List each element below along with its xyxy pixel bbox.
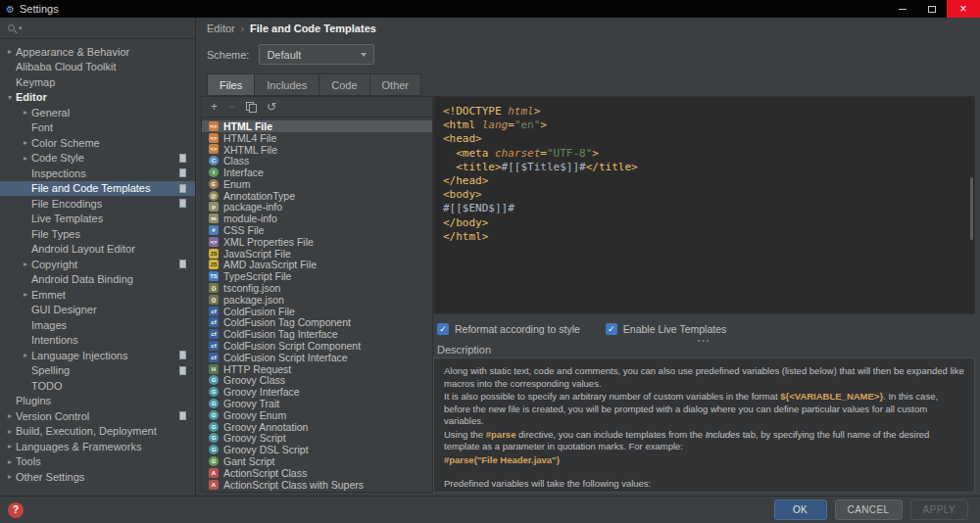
template-item-tsconfig-json[interactable]: {}tsconfig.json	[202, 282, 432, 294]
sidebar-item-file-and-code-templates[interactable]: File and Code Templates	[0, 181, 195, 197]
tab-includes[interactable]: Includes	[254, 73, 318, 96]
sidebar-item-android-layout-editor[interactable]: Android Layout Editor	[0, 242, 195, 258]
apply-button[interactable]: APPLY	[910, 499, 969, 520]
chevron-right-icon[interactable]: ▸	[20, 351, 31, 359]
sidebar-search[interactable]: ▾	[0, 18, 195, 39]
sidebar-item-android-data-binding[interactable]: Android Data Binding	[0, 272, 195, 288]
template-item-groovy-trait[interactable]: GGroovy Trait	[202, 398, 432, 409]
close-button[interactable]: ×	[947, 0, 980, 18]
sidebar-item-intentions[interactable]: Intentions	[0, 333, 195, 349]
code-editor[interactable]: <!DOCTYPE html><html lang="en"><head> <m…	[433, 96, 975, 314]
remove-template-icon[interactable]: −	[228, 101, 235, 113]
sidebar-item-languages-frameworks[interactable]: ▸Languages & Frameworks	[0, 439, 195, 454]
sidebar-item-file-types[interactable]: File Types	[0, 226, 195, 242]
splitter-handle[interactable]: •••	[433, 337, 975, 344]
chevron-right-icon[interactable]: ▸	[4, 411, 16, 420]
template-item-coldfusion-script-interface[interactable]: cfColdFusion Script Interface	[202, 352, 432, 363]
code-line: </head>	[443, 174, 974, 188]
sidebar-item-alibaba-cloud-toolkit[interactable]: Alibaba Cloud Toolkit	[0, 60, 195, 75]
template-item-xhtml-file[interactable]: <>XHTML File	[202, 144, 432, 156]
template-item-groovy-class[interactable]: GGroovy Class	[202, 375, 432, 387]
template-item-groovy-enum[interactable]: GGroovy Enum	[202, 409, 432, 421]
scheme-select[interactable]: Default	[259, 44, 374, 65]
template-item-coldfusion-tag-component[interactable]: cfColdFusion Tag Component	[202, 317, 432, 329]
chevron-right-icon[interactable]: ▸	[4, 47, 16, 56]
template-item-typescript-file[interactable]: TSTypeScript File	[202, 270, 432, 282]
sidebar-item-language-injections[interactable]: ▸Language Injections	[0, 348, 195, 363]
ok-button[interactable]: OK	[774, 499, 827, 520]
sidebar-item-other-settings[interactable]: ▸Other Settings	[0, 469, 195, 485]
sidebar-item-build-execution-deployment[interactable]: ▸Build, Execution, Deployment	[0, 424, 195, 440]
minimize-button[interactable]	[888, 0, 917, 18]
template-item-package-info[interactable]: ppackage-info	[202, 202, 432, 214]
sidebar-item-font[interactable]: Font	[0, 120, 195, 136]
chevron-right-icon[interactable]: ▸	[20, 260, 31, 268]
tab-code[interactable]: Code	[318, 73, 368, 96]
editor-scrollbar[interactable]	[970, 177, 973, 240]
sidebar-item-images[interactable]: Images	[0, 317, 195, 333]
sidebar-item-code-style[interactable]: ▸Code Style	[0, 151, 195, 166]
tab-files[interactable]: Files	[207, 73, 254, 96]
chevron-right-icon[interactable]: ▸	[4, 427, 16, 436]
chevron-down-icon[interactable]: ▾	[4, 93, 16, 102]
chevron-right-icon[interactable]: ▸	[20, 290, 31, 299]
template-item-gant-script[interactable]: GGant Script	[202, 455, 432, 467]
template-item-annotationtype[interactable]: @AnnotationType	[202, 190, 432, 202]
chevron-right-icon[interactable]: ▸	[20, 108, 31, 117]
checkbox-enable-live-templates[interactable]: ✓Enable Live Templates	[606, 323, 726, 335]
template-item-package-json[interactable]: {}package.json	[202, 294, 432, 306]
template-item-coldfusion-script-component[interactable]: cfColdFusion Script Component	[202, 340, 432, 352]
code-line: <body>	[443, 188, 974, 202]
sidebar-item-inspections[interactable]: Inspections	[0, 166, 195, 181]
template-item-http-request[interactable]: HHTTP Request	[202, 363, 432, 375]
chevron-right-icon[interactable]: ▸	[4, 472, 16, 481]
reset-template-icon[interactable]: ↺	[267, 101, 276, 113]
template-item-html-file[interactable]: <>HTML File	[202, 120, 432, 132]
breadcrumb-editor[interactable]: Editor	[207, 23, 235, 34]
template-item-interface[interactable]: IInterface	[202, 166, 432, 178]
sidebar-item-todo[interactable]: TODO	[0, 378, 195, 394]
sidebar-item-plugins[interactable]: Plugins	[0, 394, 195, 409]
chevron-right-icon[interactable]: ▸	[4, 457, 16, 466]
chevron-right-icon[interactable]: ▸	[20, 138, 31, 147]
template-item-groovy-script[interactable]: GGroovy Script	[202, 433, 432, 445]
add-template-icon[interactable]: +	[211, 101, 218, 113]
template-item-groovy-dsl-script[interactable]: GGroovy DSL Script	[202, 444, 432, 455]
sidebar-item-spelling[interactable]: Spelling	[0, 363, 195, 379]
template-item-xml-properties-file[interactable]: <>XML Properties File	[202, 236, 432, 248]
help-button[interactable]: ?	[8, 502, 24, 518]
tab-other[interactable]: Other	[369, 73, 422, 96]
template-item-coldfusion-file[interactable]: cfColdFusion File	[202, 306, 432, 317]
sidebar-item-general[interactable]: ▸General	[0, 105, 195, 120]
template-item-class[interactable]: CClass	[202, 155, 432, 166]
chevron-right-icon[interactable]: ▸	[4, 442, 16, 451]
sidebar-item-live-templates[interactable]: Live Templates	[0, 212, 195, 227]
checkbox-reformat-according-to-style[interactable]: ✓Reformat according to style	[437, 323, 580, 335]
maximize-button[interactable]	[917, 0, 947, 18]
sidebar-item-tools[interactable]: ▸Tools	[0, 454, 195, 470]
sidebar-item-copyright[interactable]: ▸Copyright	[0, 257, 195, 272]
sidebar-item-emmet[interactable]: ▸Emmet	[0, 287, 195, 303]
template-item-groovy-annotation[interactable]: GGroovy Annotation	[202, 421, 432, 433]
sidebar-item-appearance-behavior[interactable]: ▸Appearance & Behavior	[0, 44, 195, 60]
sidebar-item-gui-designer[interactable]: GUI Designer	[0, 303, 195, 318]
sidebar-item-color-scheme[interactable]: ▸Color Scheme	[0, 135, 195, 151]
scheme-row: Scheme: Default	[207, 44, 374, 65]
cancel-button[interactable]: CANCEL	[835, 499, 903, 520]
sidebar-item-version-control[interactable]: ▸Version Control	[0, 408, 195, 424]
template-item-groovy-interface[interactable]: GGroovy Interface	[202, 386, 432, 398]
copy-template-icon[interactable]	[246, 102, 256, 112]
template-item-actionscript-class[interactable]: AActionScript Class	[202, 467, 432, 479]
template-item-module-info[interactable]: mmodule-info	[202, 213, 432, 224]
sidebar-item-file-encodings[interactable]: File Encodings	[0, 196, 195, 212]
template-item-coldfusion-tag-interface[interactable]: cfColdFusion Tag Interface	[202, 328, 432, 340]
template-item-actionscript-class-with-supers[interactable]: AActionScript Class with Supers	[202, 479, 432, 491]
template-item-javascript-file[interactable]: JSJavaScript File	[202, 248, 432, 260]
template-item-html4-file[interactable]: <>HTML4 File	[202, 132, 432, 144]
sidebar-item-editor[interactable]: ▾Editor	[0, 90, 195, 106]
chevron-right-icon[interactable]: ▸	[20, 154, 31, 163]
template-item-amd-javascript-file[interactable]: JSAMD JavaScript File	[202, 260, 432, 271]
template-item-enum[interactable]: EEnum	[202, 178, 432, 190]
template-item-css-file[interactable]: #CSS File	[202, 224, 432, 236]
sidebar-item-keymap[interactable]: Keymap	[0, 74, 195, 90]
